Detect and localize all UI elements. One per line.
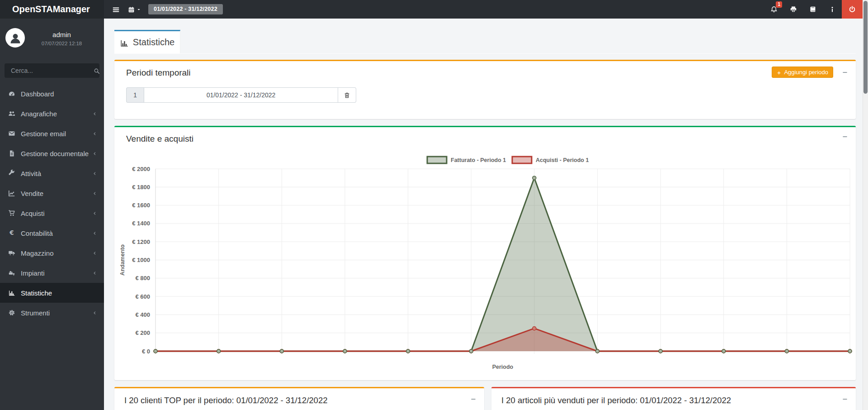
truck-icon: [8, 249, 20, 257]
print-button[interactable]: [783, 0, 803, 19]
active-date-range-badge[interactable]: 01/01/2022 - 31/12/2022: [148, 4, 223, 14]
collapse-button[interactable]: [470, 396, 476, 402]
sidebar-item-statistiche[interactable]: Statistiche: [0, 283, 104, 303]
tab-strip: Statistiche: [114, 30, 856, 54]
svg-text:€ 2000: € 2000: [132, 166, 150, 172]
info-button[interactable]: [822, 0, 842, 19]
sales-purchases-chart: € 0€ 200€ 400€ 600€ 800€ 1000€ 1200€ 140…: [114, 149, 856, 377]
user-panel: admin 07/07/2022 12:18: [0, 19, 104, 57]
vertical-scrollbar: [863, 0, 868, 410]
scrollbar-thumb[interactable]: [863, 1, 868, 94]
book-button[interactable]: [803, 0, 822, 19]
chevron-left-icon: [92, 210, 98, 216]
book-icon: [809, 5, 816, 14]
tab-statistiche[interactable]: Statistiche: [114, 30, 180, 53]
users-icon: [8, 110, 20, 117]
search-input[interactable]: [10, 67, 94, 75]
sidebar-item-magazzino[interactable]: Magazzino: [0, 243, 104, 263]
chevron-left-icon: [92, 270, 98, 276]
minus-icon: [842, 396, 848, 402]
sidebar-item-contabilita[interactable]: €Contabilità: [0, 223, 104, 243]
file-icon: [8, 150, 20, 157]
sidebar-menu: DashboardAnagraficheGestione emailGestio…: [0, 84, 104, 323]
chevron-left-icon: [92, 131, 98, 137]
panel-title: I 20 articoli più venduti per il periodo…: [501, 396, 731, 405]
panel-title: Periodi temporali: [126, 68, 191, 78]
power-icon: [849, 5, 856, 14]
minus-icon: [842, 133, 848, 140]
period-row: 1: [126, 87, 356, 103]
search-icon[interactable]: [94, 67, 100, 75]
gear-icon: [8, 309, 20, 316]
sidebar-item-attivita[interactable]: Attività: [0, 163, 104, 183]
sidebar-toggle-button[interactable]: [109, 0, 123, 19]
openstamanager-app: OpenSTAManager 01/01/2022 - 31/12/2022 1…: [0, 0, 868, 410]
chevron-left-icon: [92, 171, 98, 176]
svg-text:€ 400: € 400: [135, 311, 150, 318]
wrench-icon: [8, 170, 20, 177]
chevron-left-icon: [92, 230, 98, 236]
svg-text:€ 1200: € 1200: [132, 238, 150, 245]
chevron-left-icon: [92, 151, 98, 157]
svg-text:Periodo: Periodo: [492, 364, 514, 370]
chevron-left-icon: [92, 250, 98, 256]
logout-button[interactable]: [842, 0, 863, 19]
add-period-button[interactable]: Aggiungi periodo: [772, 67, 833, 78]
cart-icon: [8, 210, 20, 217]
avatar: [5, 28, 25, 48]
machine-icon: [8, 269, 20, 277]
chevron-left-icon: [92, 191, 98, 196]
app-brand: OpenSTAManager: [0, 0, 104, 19]
chevron-left-icon: [92, 111, 98, 117]
panel-title: I 20 clienti TOP per il periodo: 01/01/2…: [124, 396, 327, 405]
calendar-icon: [128, 5, 135, 14]
notification-count-badge: 1: [776, 1, 782, 8]
sidebar-item-impianti[interactable]: Impianti: [0, 263, 104, 283]
bar-chart-icon: [120, 37, 129, 48]
sidebar: admin 07/07/2022 12:18 DashboardAnagrafi…: [0, 19, 104, 410]
trash-icon: [344, 91, 350, 99]
bar-chart-icon: [8, 289, 20, 296]
bell-button[interactable]: 1: [764, 0, 783, 19]
sidebar-item-vendite[interactable]: Vendite: [0, 183, 104, 203]
svg-text:€ 0: € 0: [142, 348, 150, 355]
sidebar-item-gestione-documentale[interactable]: Gestione documentale: [0, 143, 104, 163]
info-icon: [829, 5, 836, 14]
svg-text:€ 600: € 600: [135, 293, 150, 300]
chevron-left-icon: [92, 310, 98, 316]
svg-text:Andamento: Andamento: [119, 244, 126, 276]
period-picker-button[interactable]: [128, 0, 141, 19]
main-content: Statistiche Periodi temporali Aggiungi p…: [104, 19, 863, 410]
svg-text:€ 200: € 200: [135, 329, 150, 336]
plus-icon: [777, 69, 781, 76]
login-datetime: 07/07/2022 12:18: [25, 41, 99, 46]
svg-text:€: €: [9, 229, 14, 236]
user-icon: [9, 31, 22, 45]
sidebar-item-acquisti[interactable]: Acquisti: [0, 203, 104, 223]
delete-period-button[interactable]: [338, 87, 356, 103]
panel-periodi-temporali: Periodi temporali Aggiungi periodo 1: [114, 60, 856, 119]
sidebar-item-anagrafiche[interactable]: Anagrafiche: [0, 104, 104, 124]
panel-articoli-piu-venduti: I 20 articoli più venduti per il periodo…: [491, 387, 856, 410]
period-daterange-input[interactable]: [144, 87, 338, 103]
gauge-icon: [8, 90, 20, 97]
chart-line-icon: [8, 190, 20, 197]
top-navbar: OpenSTAManager 01/01/2022 - 31/12/2022 1: [0, 0, 868, 19]
svg-text:€ 1800: € 1800: [132, 184, 150, 191]
minus-icon: [842, 69, 848, 76]
user-name: admin: [25, 31, 99, 38]
collapse-button[interactable]: [842, 133, 848, 140]
period-index: 1: [126, 87, 144, 103]
sidebar-item-gestione-email[interactable]: Gestione email: [0, 124, 104, 143]
collapse-button[interactable]: [842, 396, 848, 402]
sidebar-item-dashboard[interactable]: Dashboard: [0, 84, 104, 104]
collapse-button[interactable]: [842, 69, 848, 76]
sidebar-search: [5, 63, 99, 78]
svg-text:€ 1600: € 1600: [132, 202, 150, 209]
svg-text:€ 1400: € 1400: [132, 220, 150, 227]
svg-text:Acquisti - Periodo 1: Acquisti - Periodo 1: [536, 157, 589, 163]
svg-text:€ 800: € 800: [135, 275, 150, 281]
panel-title: Vendite e acquisti: [126, 134, 193, 144]
panel-vendite-acquisti: Vendite e acquisti € 0€ 200€ 400€ 600€ 8…: [114, 126, 856, 380]
sidebar-item-strumenti[interactable]: Strumenti: [0, 303, 104, 323]
